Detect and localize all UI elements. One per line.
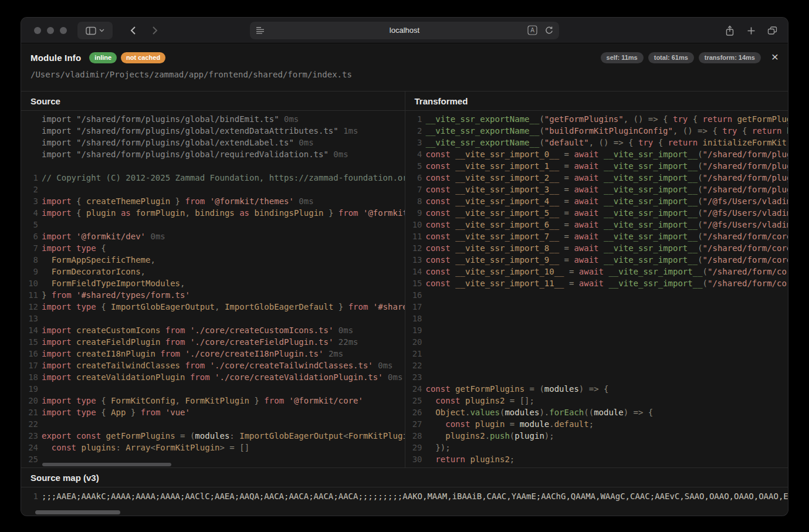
code-panes: Source import "/shared/form/plugins/glob… [21, 91, 788, 467]
code-line: 9 FormDecoratorIcons, [21, 266, 405, 277]
code-line: 21 [405, 348, 788, 360]
url-text[interactable]: localhost [250, 22, 559, 39]
code-line: 20 [405, 336, 788, 348]
translate-icon[interactable]: A [527, 25, 537, 35]
code-line: 27 const plugin = module.default; [405, 418, 788, 430]
code-line: 18 [405, 313, 788, 324]
tab-overview-button[interactable] [764, 22, 780, 39]
header-stats: self: 11mstotal: 61mstransform: 14ms [601, 52, 761, 63]
code-line: 10const __vite_ssr_import_6__ = await __… [405, 219, 788, 231]
code-line: 6import '@formkit/dev' 0ms [21, 231, 405, 242]
transformed-pane-title: Transformed [405, 92, 788, 111]
sourcemap-code[interactable]: 1;;;AAEA;AAAkC;AAAA;AAAA;AAAA;AAClC;AAEA… [21, 487, 788, 502]
code-line: 9const __vite_ssr_import_5__ = await __v… [405, 207, 788, 219]
transformed-code[interactable]: 1__vite_ssr_exportName__("getFormPlugins… [405, 111, 788, 467]
transformed-pane: Transformed 1__vite_ssr_exportName__("ge… [405, 92, 788, 467]
code-line: 14const __vite_ssr_import_10__ = await _… [405, 266, 788, 277]
code-line: 16 [405, 289, 788, 301]
code-line: 1;;;AAEA;AAAkC;AAAA;AAAA;AAAA;AAClC;AAEA… [21, 490, 788, 502]
stat-pill: transform: 14ms [699, 52, 761, 63]
browser-window: localhost A [21, 18, 788, 516]
code-line: 11const __vite_ssr_import_7__ = await __… [405, 231, 788, 242]
source-hscrollbar-thumb[interactable] [42, 463, 171, 466]
reload-icon[interactable] [544, 26, 554, 35]
code-line: 5 [21, 219, 405, 231]
code-line: 17import createTailwindClasses from './c… [21, 360, 405, 371]
code-line: 25 const plugins2 = []; [405, 395, 788, 406]
code-line: 2 [21, 184, 405, 195]
badge-not-cached: not cached [121, 52, 165, 63]
share-button[interactable] [722, 22, 738, 39]
svg-text:A: A [530, 27, 534, 33]
code-line: 26 Object.values(modules).forEach((modul… [405, 406, 788, 418]
code-line [21, 160, 405, 172]
code-line: 12const __vite_ssr_import_8__ = await __… [405, 242, 788, 254]
stat-pill: self: 11ms [601, 52, 644, 63]
code-line: 17 [405, 301, 788, 313]
code-line: 24 const plugins: Array<FormKitPlugin> =… [21, 442, 405, 453]
code-line: 28 plugins2.push(plugin); [405, 430, 788, 442]
code-line: import "/shared/form/plugins/global/bind… [21, 113, 405, 125]
badge-inline: inline [89, 52, 117, 63]
header-badges: inlinenot cached [89, 52, 165, 63]
code-line: 18import createValidationPlugin from './… [21, 371, 405, 383]
sourcemap-hscrollbar-thumb[interactable] [35, 510, 120, 514]
plus-icon [747, 26, 756, 35]
code-line: 15const __vite_ssr_import_11__ = await _… [405, 277, 788, 289]
page-header: Module Info inlinenot cached self: 11mst… [21, 43, 788, 91]
code-line: 13const __vite_ssr_import_9__ = await __… [405, 254, 788, 266]
code-line: import "/shared/form/plugins/global/exte… [21, 137, 405, 148]
stat-pill: total: 61ms [648, 52, 694, 63]
code-line: 11} from '#shared/types/form.ts' [21, 289, 405, 301]
code-line: 8const __vite_ssr_import_4__ = await __v… [405, 195, 788, 207]
browser-toolbar: localhost A [21, 18, 788, 43]
window-controls [34, 27, 67, 34]
code-line: 6const __vite_ssr_import_2__ = await __v… [405, 172, 788, 184]
sidebar-toggle-button[interactable] [77, 22, 113, 39]
code-line: 5const __vite_ssr_import_1__ = await __v… [405, 160, 788, 172]
minimize-window-button[interactable] [47, 27, 54, 34]
back-button[interactable] [124, 22, 141, 39]
source-code[interactable]: import "/shared/form/plugins/global/bind… [21, 111, 405, 467]
page-title: Module Info [31, 53, 81, 63]
address-bar[interactable]: localhost A [250, 22, 559, 39]
forward-icon [152, 26, 158, 35]
code-line: 23 [405, 371, 788, 383]
code-line: 1// Copyright (C) 2012-2025 Zammad Found… [21, 172, 405, 184]
module-file-path: /Users/vladimir/Projects/zammad/app/fron… [31, 70, 778, 79]
forward-button[interactable] [147, 22, 163, 39]
code-line: 19 [21, 383, 405, 395]
code-line: 8 FormAppSpecificTheme, [21, 254, 405, 266]
code-line: 24const getFormPlugins = (modules) => { [405, 383, 788, 395]
sourcemap-section: Source map (v3) 1;;;AAEA;AAAkC;AAAA;AAAA… [21, 467, 788, 516]
code-line: 12import type { ImportGlobEagerOutput, I… [21, 301, 405, 313]
close-window-button[interactable] [34, 27, 41, 34]
code-line: 10 FormFieldTypeImportModules, [21, 277, 405, 289]
code-line: 15import createFieldPlugin from './core/… [21, 336, 405, 348]
code-line: 1__vite_ssr_exportName__("getFormPlugins… [405, 113, 788, 125]
code-line: import "/shared/form/plugins/global/exte… [21, 125, 405, 137]
code-line: 19 [405, 324, 788, 336]
code-line: 21import type { App } from 'vue' [21, 406, 405, 418]
code-line: 23export const getFormPlugins = (modules… [21, 430, 405, 442]
chevron-down-icon [99, 29, 104, 32]
zoom-window-button[interactable] [60, 27, 67, 34]
code-line: 3import { createThemePlugin } from '@for… [21, 195, 405, 207]
new-tab-button[interactable] [743, 22, 759, 39]
code-line: 7import type { [21, 242, 405, 254]
source-pane: Source import "/shared/form/plugins/glob… [21, 92, 405, 467]
module-inspector-page: Module Info inlinenot cached self: 11mst… [21, 43, 788, 516]
code-line: 29 }); [405, 442, 788, 453]
code-line: 4import { plugin as formPlugin, bindings… [21, 207, 405, 219]
code-line: 20import type { FormKitConfig, FormKitPl… [21, 395, 405, 406]
code-line: 22 [405, 360, 788, 371]
code-line: 14import createCustomIcons from './core/… [21, 324, 405, 336]
code-line: 13 [21, 313, 405, 324]
sourcemap-title: Source map (v3) [21, 468, 788, 487]
code-line: 3__vite_ssr_exportName__("default", () =… [405, 137, 788, 148]
sidebar-icon [86, 26, 96, 35]
code-line: 22 [21, 418, 405, 430]
back-icon [130, 26, 136, 35]
close-button[interactable]: × [771, 50, 778, 63]
code-line: 7const __vite_ssr_import_3__ = await __v… [405, 184, 788, 195]
